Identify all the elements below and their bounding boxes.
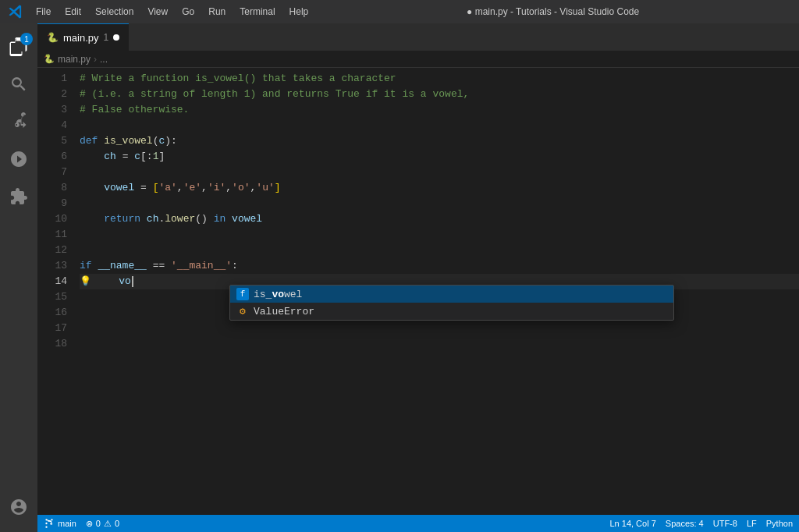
code-token: if [80,258,98,274]
run-debug-icon [9,150,28,168]
code-token: [ [140,149,147,165]
code-token [80,149,104,165]
tab-main-py[interactable]: 🐍 main.py 1 [37,23,129,51]
extensions-icon [9,187,28,206]
line-num-5: 5 [37,133,67,149]
line-num-6: 6 [37,149,67,165]
menu-terminal[interactable]: Terminal [233,5,281,19]
code-token: 1 [153,149,159,165]
code-line-12 [80,243,799,258]
code-token: ( [153,133,159,149]
code-line-2: # (i.e. a string of length 1) and return… [80,87,799,102]
activity-bar: 1 [0,23,37,532]
code-line-11 [80,227,799,243]
tab-bar: 🐍 main.py 1 [37,23,799,51]
code-token: c [158,133,165,149]
code-line-9 [80,196,799,211]
statusbar-spaces[interactable]: Spaces: 4 [666,519,704,528]
line-num-7: 7 [37,165,67,180]
autocomplete-item-valueerror[interactable]: ⚙ ValueError [230,303,673,320]
menu-selection[interactable]: Selection [89,5,140,19]
warning-count: 0 [115,519,119,528]
code-token: return [104,211,147,227]
code-token: . [158,211,165,227]
code-content[interactable]: # Write a function is_vowel() that takes… [76,68,799,515]
code-token: ] [158,149,165,165]
branch-name: main [58,519,76,528]
code-token: () [195,211,213,227]
code-editor[interactable]: 1 2 3 4 5 6 7 8 9 10 11 12 13 14 15 16 1… [37,68,799,515]
statusbar-eol[interactable]: LF [747,519,757,528]
extensions-button[interactable] [0,178,37,215]
statusbar-encoding[interactable]: UTF-8 [713,519,737,528]
statusbar: main ⊗ 0 ⚠ 0 Ln 14, Col 7 Spaces: 4 UTF-… [37,515,799,532]
menu-run[interactable]: Run [202,5,232,19]
menu-bar: File Edit Selection View Go Run Terminal… [30,5,314,19]
code-line-7 [80,165,799,180]
code-token: : [147,149,153,165]
code-token: ] [275,180,281,196]
line-num-9: 9 [37,196,67,211]
autocomplete-item-is-vowel[interactable]: f is_vowel [230,286,673,303]
run-debug-button[interactable] [0,140,37,178]
source-control-badge: 1 [20,33,33,45]
lightbulb-icon[interactable]: 💡 [80,274,91,289]
menu-go[interactable]: Go [176,5,201,19]
main-layout: 1 [0,23,799,532]
source-control-icon [9,112,28,131]
source-control-button[interactable] [0,103,37,140]
code-token: , [250,180,257,196]
statusbar-right: Ln 14, Col 7 Spaces: 4 UTF-8 LF Python [609,519,793,528]
code-token: = [134,180,152,196]
code-token [94,274,119,289]
code-token: == [147,258,171,274]
menu-help[interactable]: Help [283,5,315,19]
code-token: __name__ [98,258,146,274]
code-line-1: # Write a function is_vowel() that takes… [80,71,799,87]
autocomplete-label-is-vowel: is_vowel [254,289,302,300]
menu-edit[interactable]: Edit [59,5,87,19]
line-numbers: 1 2 3 4 5 6 7 8 9 10 11 12 13 14 15 16 1… [37,68,76,515]
menu-view[interactable]: View [141,5,174,19]
line-num-14: 14 [37,274,67,289]
search-button[interactable] [0,66,37,103]
editor-area: 🐍 main.py 1 🐍 main.py › ... 1 2 3 4 5 6 … [37,23,799,532]
statusbar-errors[interactable]: ⊗ 0 ⚠ 0 [86,519,119,529]
text-cursor [132,276,133,287]
code-token: , [225,180,232,196]
unsaved-dot [113,34,119,41]
breadcrumb: 🐍 main.py › ... [37,51,799,68]
code-token: c [134,149,140,165]
error-count: 0 [96,519,101,528]
code-token: vowel [104,180,134,196]
breadcrumb-ellipsis[interactable]: ... [100,54,108,65]
code-token: is_vowel [104,133,152,149]
code-token: ): [165,133,177,149]
explorer-button[interactable]: 1 [0,28,37,66]
statusbar-language[interactable]: Python [766,519,793,528]
class-completion-icon: ⚙ [236,305,249,317]
code-token: ch [147,211,159,227]
autocomplete-label-valueerror: ValueError [254,306,314,317]
accounts-button[interactable] [0,488,37,526]
statusbar-cursor-pos[interactable]: Ln 14, Col 7 [609,519,655,528]
code-token: 'u' [256,180,274,196]
code-token: lower [165,211,195,227]
code-token: , [201,180,208,196]
breadcrumb-separator: › [94,54,97,65]
code-token: vo [119,274,131,289]
line-num-10: 10 [37,211,67,227]
code-token: 'i' [208,180,225,196]
code-token: 'a' [158,180,176,196]
code-line-13: if __name__ == '__main__': [80,258,799,274]
line-num-3: 3 [37,102,67,118]
branch-icon [44,518,55,529]
code-token: # (i.e. a string of length 1) and return… [80,87,469,102]
line-num-4: 4 [37,118,67,133]
breadcrumb-filename[interactable]: main.py [58,54,91,65]
breadcrumb-python-icon: 🐍 [44,54,55,64]
menu-file[interactable]: File [30,5,57,19]
statusbar-branch[interactable]: main [44,518,76,529]
code-token: , [177,180,183,196]
line-num-16: 16 [37,305,67,321]
